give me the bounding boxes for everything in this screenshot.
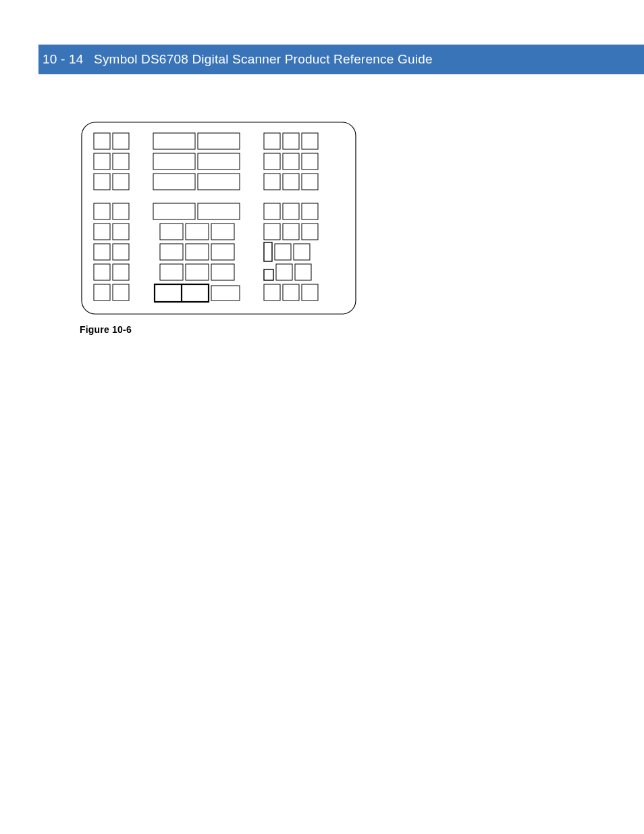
key-med — [160, 264, 183, 280]
key-wide — [153, 174, 195, 190]
page-number: 10 - 14 — [38, 52, 90, 67]
key — [283, 174, 299, 190]
key-med — [211, 286, 240, 301]
figure-caption: Figure 10-6 — [80, 324, 132, 335]
key — [264, 224, 280, 240]
key — [283, 284, 299, 301]
key-wide — [153, 203, 195, 219]
key — [264, 203, 280, 219]
key — [94, 244, 110, 260]
key — [302, 224, 318, 240]
key-wide — [198, 133, 240, 149]
key — [113, 244, 129, 260]
key-tall — [264, 242, 272, 261]
document-title: Symbol DS6708 Digital Scanner Product Re… — [94, 52, 433, 66]
key — [264, 153, 280, 170]
key — [264, 174, 280, 190]
key — [283, 153, 299, 170]
key — [276, 264, 292, 280]
key — [94, 133, 110, 149]
key-wide — [153, 133, 195, 149]
key — [302, 174, 318, 190]
key — [113, 203, 129, 219]
key-med — [186, 244, 209, 260]
key — [295, 264, 311, 280]
key — [113, 264, 129, 280]
key — [264, 284, 280, 301]
key — [94, 284, 110, 301]
key — [275, 244, 291, 260]
key-med — [186, 224, 209, 240]
key — [113, 133, 129, 149]
key — [294, 244, 310, 260]
key — [283, 224, 299, 240]
key — [113, 153, 129, 170]
key — [94, 264, 110, 280]
key-med — [160, 244, 183, 260]
key — [283, 133, 299, 149]
key-wide — [198, 203, 240, 219]
keyboard-diagram — [80, 121, 357, 315]
key-med — [186, 264, 209, 280]
key — [94, 224, 110, 240]
keyboard-svg — [80, 121, 357, 315]
key-wide — [153, 153, 195, 170]
key — [113, 174, 129, 190]
page: 10 - 14 Symbol DS6708 Digital Scanner Pr… — [0, 0, 644, 834]
key — [302, 203, 318, 219]
key-small — [264, 269, 273, 280]
keyboard-outline — [82, 122, 356, 314]
key-med — [211, 244, 234, 260]
key-med — [160, 224, 183, 240]
key-wide — [198, 174, 240, 190]
page-header-text: 10 - 14 Symbol DS6708 Digital Scanner Pr… — [38, 52, 433, 67]
key — [113, 284, 129, 301]
key — [302, 153, 318, 170]
key — [94, 174, 110, 190]
page-header-bar: 10 - 14 Symbol DS6708 Digital Scanner Pr… — [38, 45, 644, 74]
key-med — [211, 224, 234, 240]
key — [94, 203, 110, 219]
key — [302, 133, 318, 149]
key — [264, 133, 280, 149]
key — [94, 153, 110, 170]
key — [302, 284, 318, 301]
key-med — [211, 264, 234, 280]
key — [283, 203, 299, 219]
key — [113, 224, 129, 240]
key-wide — [198, 153, 240, 170]
